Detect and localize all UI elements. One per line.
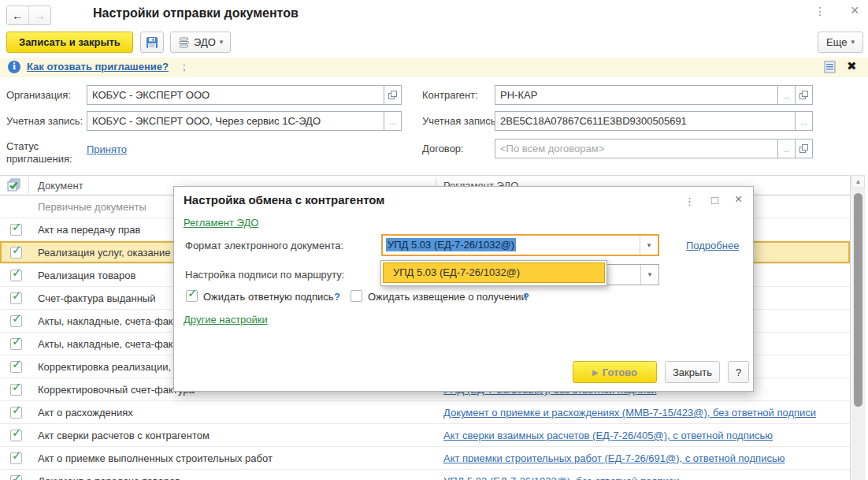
contract-choose-button[interactable]: ...: [777, 139, 796, 158]
dialog-close-icon[interactable]: ×: [735, 192, 742, 207]
account-left-input[interactable]: КОБУС - ЭКСПЕРТ ООО, Через сервис 1С-ЭДО: [87, 111, 384, 131]
contract-open-button[interactable]: [795, 139, 813, 158]
help-button[interactable]: ?: [728, 361, 749, 383]
route-label: Настройка подписи по маршруту:: [185, 269, 344, 281]
exchange-settings-dialog: Настройка обмена с контрагентом ⋮ □ × Ре…: [173, 186, 754, 392]
window-menu-icon[interactable]: ⋮: [814, 5, 826, 17]
org-field: КОБУС - ЭКСПЕРТ ООО: [87, 85, 402, 105]
done-button[interactable]: ▶ Готово: [573, 361, 657, 383]
chevron-down-icon: ▾: [220, 39, 224, 46]
vertical-scrollbar[interactable]: ▲: [851, 175, 865, 480]
info-bar: i Как отозвать приглашение? ; ✖: [0, 58, 868, 77]
format-combobox[interactable]: УПД 5.03 (ЕД-7-26/1032@) ▾: [381, 234, 659, 256]
org-open-button[interactable]: [384, 85, 402, 105]
reglament-edo-link[interactable]: Регламент ЭДО: [184, 217, 258, 229]
contract-field: <По всем договорам> ...: [495, 139, 813, 158]
row-checkbox[interactable]: ✓: [10, 430, 22, 441]
open-icon: [799, 144, 808, 153]
account-right-label: Учетная запись:: [422, 115, 499, 127]
org-label: Организация:: [6, 89, 71, 101]
counterparty-label: Контрагент:: [422, 89, 478, 101]
contract-input[interactable]: <По всем договорам>: [495, 139, 778, 158]
infobar-suffix: ;: [183, 61, 186, 73]
account-right-field: 2BE5C18A07867C611E3BD9300505691 ...: [495, 111, 813, 131]
scrollbar-thumb[interactable]: [854, 193, 862, 407]
scroll-up-icon[interactable]: ▲: [851, 175, 865, 188]
format-dropdown-list: УПД 5.03 (ЕД-7-26/1032@): [380, 260, 607, 286]
open-icon: [388, 91, 397, 99]
reglament-link[interactable]: УПД 5.03 (ЕД-7-26/1032@), без ответной п…: [443, 475, 680, 480]
row-checkbox[interactable]: ✓: [10, 224, 22, 236]
route-dropdown-button[interactable]: ▾: [640, 265, 658, 285]
row-checkbox[interactable]: ✓: [10, 270, 22, 281]
await-signature-label: Ожидать ответную подпись: [203, 291, 334, 303]
forward-button[interactable]: →: [29, 6, 50, 24]
dialog-menu-icon[interactable]: ⋮: [684, 195, 696, 207]
column-header-document[interactable]: Документ: [38, 180, 83, 192]
counterparty-choose-button[interactable]: ...: [777, 85, 796, 105]
format-dropdown-button[interactable]: ▾: [640, 236, 658, 255]
chevron-down-icon: ▾: [851, 39, 855, 46]
revoke-invitation-link[interactable]: Как отозвать приглашение?: [27, 61, 169, 73]
close-button[interactable]: Закрыть: [665, 361, 720, 383]
back-icon: ←: [12, 9, 24, 22]
row-checkbox[interactable]: ✓: [10, 407, 22, 419]
account-left-choose-button[interactable]: ...: [384, 111, 402, 131]
reglament-link[interactable]: Акт приемки строительных работ (ЕД-7-26/…: [443, 452, 785, 464]
row-checkbox[interactable]: ✓: [10, 361, 22, 373]
counterparty-field: РН-КАР ...: [495, 85, 813, 105]
row-checkbox[interactable]: ✓: [10, 338, 22, 350]
row-checkbox[interactable]: ✓: [10, 475, 22, 480]
dialog-maximize-icon[interactable]: □: [711, 193, 718, 207]
check-all-icon[interactable]: [7, 178, 22, 192]
window-close-icon[interactable]: ×: [851, 2, 859, 19]
save-button[interactable]: [140, 32, 164, 53]
chevron-down-icon: ▾: [648, 271, 652, 278]
account-right-input[interactable]: 2BE5C18A07867C611E3BD9300505691: [495, 111, 796, 131]
play-icon: ▶: [592, 368, 599, 377]
counterparty-input[interactable]: РН-КАР: [495, 85, 778, 105]
await-receipt-checkbox[interactable]: ✓: [351, 290, 362, 302]
row-checkbox[interactable]: ✓: [10, 452, 22, 464]
row-checkbox[interactable]: ✓: [10, 384, 22, 396]
forward-icon: →: [34, 9, 46, 22]
receipt-help-icon[interactable]: ?: [523, 291, 529, 303]
edo-icon: [178, 37, 190, 48]
infobar-close-icon[interactable]: ✖: [847, 59, 857, 73]
table-row[interactable]: ✓ Акт о приемке выполненных строительных…: [0, 447, 850, 470]
row-checkbox[interactable]: ✓: [10, 247, 22, 259]
more-button[interactable]: Еще ▾: [818, 32, 863, 53]
open-icon: [799, 91, 808, 99]
table-row[interactable]: ✓ Акт о расхожденияхДокумент о приемке и…: [0, 401, 850, 424]
message-list-icon[interactable]: [824, 61, 836, 73]
table-row-partial[interactable]: ✓ Документ о передаче товаровУПД 5.03 (Е…: [0, 470, 850, 480]
row-checkbox[interactable]: ✓: [10, 315, 22, 327]
details-link[interactable]: Подробнее: [686, 240, 739, 251]
counterparty-open-button[interactable]: [795, 85, 813, 105]
dialog-title: Настройка обмена с контрагентом: [184, 193, 384, 207]
reglament-link[interactable]: Документ о приемке и расхождениях (ММВ-7…: [443, 407, 816, 419]
account-right-choose-button[interactable]: ...: [795, 111, 813, 131]
format-value: УПД 5.03 (ЕД-7-26/1032@): [386, 238, 516, 251]
status-link[interactable]: Принято: [87, 143, 127, 155]
other-settings-link[interactable]: Другие настройки: [184, 314, 268, 326]
info-icon: i: [8, 61, 20, 73]
app-window: ← → Настройки отправки документов ⋮ × За…: [0, 0, 868, 480]
chevron-down-icon: ▾: [647, 242, 651, 249]
format-label: Формат электронного документа:: [185, 240, 343, 251]
edo-menu-button[interactable]: ЭДО ▾: [170, 32, 231, 53]
org-input[interactable]: КОБУС - ЭКСПЕРТ ООО: [87, 85, 384, 105]
table-row[interactable]: ✓ Акт сверки расчетов с контрагентомАкт …: [0, 424, 850, 447]
status-label-line2: приглашения:: [6, 153, 72, 165]
row-checkbox[interactable]: ✓: [10, 292, 22, 304]
await-receipt-label: Ожидать извещение о получении: [368, 291, 527, 303]
back-button[interactable]: ←: [7, 6, 29, 24]
save-icon: [146, 36, 158, 49]
save-and-close-button[interactable]: Записать и закрыть: [6, 32, 133, 53]
await-signature-checkbox[interactable]: ✓: [186, 290, 198, 302]
signature-help-icon[interactable]: ?: [334, 291, 340, 303]
dropdown-option[interactable]: УПД 5.03 (ЕД-7-26/1032@): [383, 262, 605, 283]
reglament-link[interactable]: Акт сверки взаимных расчетов (ЕД-7-26/40…: [443, 430, 773, 441]
contract-label: Договор:: [422, 143, 464, 154]
history-nav: ← →: [6, 6, 51, 25]
